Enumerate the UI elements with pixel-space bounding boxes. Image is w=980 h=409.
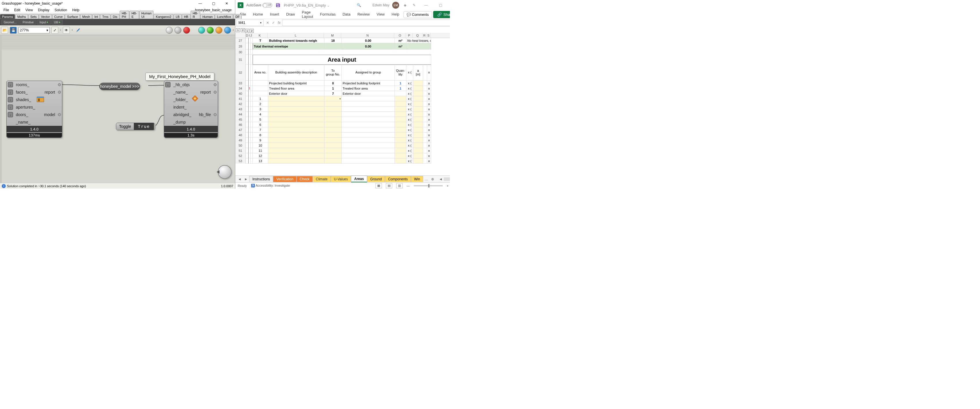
- gutter-cell[interactable]: [248, 138, 251, 143]
- a-dim[interactable]: [413, 159, 423, 163]
- row-outline-2[interactable]: 2: [241, 28, 245, 32]
- sheet-check[interactable]: Check: [296, 176, 313, 182]
- xp[interactable]: x (: [406, 148, 413, 153]
- gutter-cell[interactable]: [251, 122, 253, 127]
- xp[interactable]: x (: [406, 106, 413, 112]
- port-in-icon[interactable]: ↓: [8, 82, 13, 87]
- tab-params[interactable]: Params: [0, 14, 15, 19]
- assigned-group[interactable]: [342, 127, 395, 133]
- a-dim[interactable]: [413, 96, 423, 101]
- xp[interactable]: x (: [406, 122, 413, 127]
- area-no[interactable]: 2: [253, 101, 268, 106]
- x[interactable]: x: [427, 122, 431, 127]
- assembly-desc[interactable]: [268, 159, 325, 163]
- assigned-group[interactable]: [342, 138, 395, 143]
- col-R[interactable]: R: [423, 33, 426, 38]
- accessibility-status[interactable]: ♿ Accessibility: Investigate: [251, 184, 290, 187]
- xp[interactable]: x (: [406, 143, 413, 148]
- x[interactable]: x: [427, 91, 431, 96]
- area-no[interactable]: 13: [253, 159, 268, 163]
- row-header[interactable]: 50: [235, 143, 246, 148]
- col-M[interactable]: M: [324, 33, 341, 38]
- gutter-cell[interactable]: [248, 127, 251, 133]
- x[interactable]: x: [427, 106, 431, 112]
- row-header[interactable]: 53: [235, 159, 246, 163]
- gutter-cell[interactable]: [251, 127, 253, 133]
- assigned-group[interactable]: [342, 122, 395, 127]
- area-no[interactable]: 3: [253, 106, 268, 112]
- assigned-group[interactable]: [342, 96, 395, 101]
- assigned-group[interactable]: Projected building footprint: [342, 81, 395, 86]
- xp[interactable]: x (: [406, 117, 413, 122]
- group-no[interactable]: [325, 143, 342, 148]
- gutter-cell[interactable]: [251, 96, 253, 101]
- gutter-cell[interactable]: !: [248, 86, 251, 91]
- xp[interactable]: x (: [406, 138, 413, 143]
- a-dim[interactable]: [413, 106, 423, 112]
- tab-sets[interactable]: Sets: [28, 14, 39, 19]
- area-no[interactable]: 11: [253, 148, 268, 153]
- assembly-desc[interactable]: [268, 133, 325, 138]
- gutter-cell[interactable]: [248, 133, 251, 138]
- quantity[interactable]: 1: [395, 81, 406, 86]
- quantity[interactable]: [395, 148, 406, 153]
- gutter-cell[interactable]: [246, 148, 248, 153]
- save-file-icon[interactable]: 💾: [10, 27, 17, 34]
- shelf-primitive[interactable]: Primitive: [20, 20, 37, 25]
- quantity[interactable]: [395, 96, 406, 101]
- assembly-desc[interactable]: Treated floor area: [268, 86, 325, 91]
- menu-help[interactable]: Help: [70, 8, 82, 13]
- tab-dis[interactable]: Dis: [111, 14, 119, 19]
- xp[interactable]: x (: [406, 91, 413, 96]
- tab-curve[interactable]: Curve: [52, 14, 65, 19]
- sheet-components[interactable]: Components: [385, 176, 411, 182]
- hb-model-component[interactable]: ↓rooms_ ↓faces_report ↓shades_ ↓aperture…: [6, 81, 62, 138]
- assembly-desc[interactable]: [268, 96, 325, 101]
- hdr-desc[interactable]: Building assembly description: [268, 65, 325, 81]
- row-header[interactable]: 30: [235, 49, 246, 55]
- gutter-cell[interactable]: [248, 143, 251, 148]
- quantity[interactable]: [395, 143, 406, 148]
- group-no[interactable]: [325, 153, 342, 159]
- gutter-cell[interactable]: [246, 117, 248, 122]
- accept-formula-icon[interactable]: ✓: [270, 21, 276, 25]
- x[interactable]: x: [427, 159, 431, 163]
- area-no[interactable]: 10: [253, 143, 268, 148]
- assembly-desc[interactable]: [268, 106, 325, 112]
- tab-mesh[interactable]: Mesh: [80, 14, 92, 19]
- row-header[interactable]: 28: [235, 43, 246, 49]
- workbook-name[interactable]: PHPP_V9.6a_EN_Empty ⌄: [284, 3, 329, 8]
- sheet-uvalues[interactable]: U-Values: [331, 176, 351, 182]
- a-dim[interactable]: [413, 133, 423, 138]
- tab-hb[interactable]: HB: [182, 14, 190, 19]
- hb-dump-component[interactable]: ↓_hb_objs _name_report _folder_ indent_ …: [164, 81, 218, 138]
- gutter-cell[interactable]: [248, 101, 251, 106]
- area-no[interactable]: 5: [253, 117, 268, 122]
- gutter-cell[interactable]: [246, 143, 248, 148]
- port-out-icon[interactable]: [214, 83, 216, 86]
- quantity[interactable]: [395, 101, 406, 106]
- cell[interactable]: [423, 112, 427, 117]
- search-icon[interactable]: 🔍: [357, 3, 361, 7]
- area-no[interactable]: 7: [253, 127, 268, 133]
- port-in-icon[interactable]: ↓: [165, 82, 170, 87]
- zoom-in-icon[interactable]: +: [447, 184, 449, 187]
- quantity[interactable]: [395, 91, 406, 96]
- gutter-cell[interactable]: [246, 106, 248, 112]
- cell[interactable]: [423, 101, 427, 106]
- cell[interactable]: [423, 153, 427, 159]
- menu-solution[interactable]: Solution: [52, 8, 69, 13]
- xp[interactable]: x (: [406, 133, 413, 138]
- zoom-out-icon[interactable]: —: [407, 184, 410, 187]
- assigned-group[interactable]: [342, 112, 395, 117]
- tab-humanui[interactable]: Human UI: [139, 11, 153, 19]
- hscroll-left[interactable]: ◄: [438, 177, 444, 181]
- gutter-cell[interactable]: [251, 65, 253, 81]
- gutter-cell[interactable]: [246, 138, 248, 143]
- a-dim[interactable]: [413, 81, 423, 86]
- assembly-desc[interactable]: [268, 112, 325, 117]
- gutter-cell[interactable]: [248, 55, 251, 65]
- x[interactable]: x: [427, 112, 431, 117]
- row-header[interactable]: 34: [235, 86, 246, 91]
- gutter-cell[interactable]: [248, 117, 251, 122]
